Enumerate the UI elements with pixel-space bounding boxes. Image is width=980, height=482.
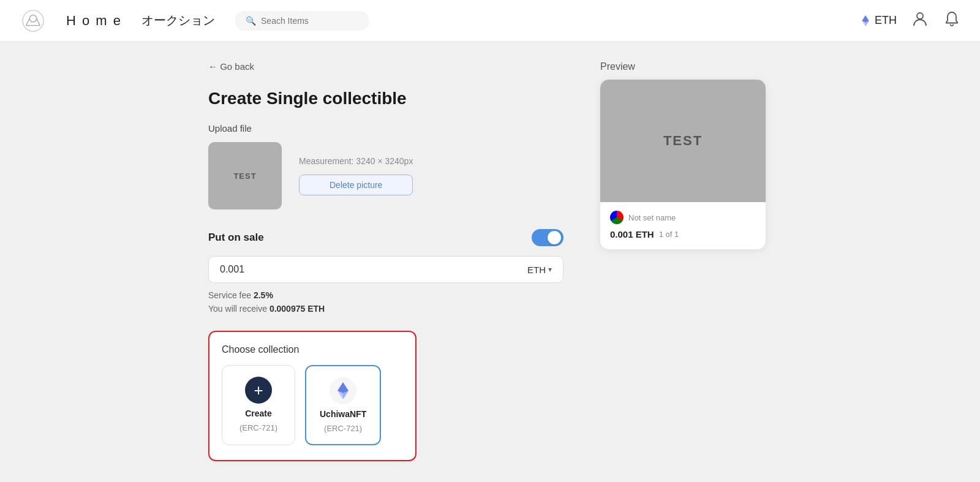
upload-thumbnail: TEST (208, 142, 282, 209)
price-input[interactable] (220, 264, 527, 275)
preview-image: TEST (600, 80, 766, 202)
choose-collection-section: Choose collection + Create (ERC-721) (208, 331, 417, 461)
receive-text: You will receive 0.000975 ETH (208, 304, 564, 314)
search-bar: 🔍 (235, 11, 369, 31)
price-row: ETH ▾ (208, 256, 564, 283)
upload-label: Upload file (208, 123, 564, 134)
choose-collection-label: Choose collection (222, 344, 403, 355)
currency-label: ETH (527, 265, 546, 275)
avatar (610, 211, 624, 224)
eth-currency-btn[interactable]: ETH (860, 14, 897, 27)
collection-card-uchiwa[interactable]: UchiwaNFT (ERC-721) (305, 365, 381, 445)
eth-label: ETH (875, 14, 897, 27)
preview-owner-row: Not set name (610, 211, 756, 224)
svg-line-3 (37, 18, 40, 25)
preview-price: 0.001 ETH (610, 229, 654, 239)
user-icon[interactable] (911, 10, 929, 31)
chevron-down-icon: ▾ (548, 265, 552, 274)
collection-uchiwa-type: (ERC-721) (324, 424, 362, 433)
nav-home[interactable]: H o m e (66, 13, 122, 29)
go-back-link[interactable]: ← Go back (208, 61, 564, 72)
create-plus-icon: + (245, 377, 272, 404)
right-panel: Preview TEST Not set name 0.001 ETH 1 of… (600, 61, 772, 461)
toggle-knob (548, 231, 561, 244)
search-input[interactable] (261, 16, 358, 26)
left-panel: ← Go back Create Single collectible Uplo… (208, 61, 564, 461)
preview-card: TEST Not set name 0.001 ETH 1 of 1 (600, 80, 766, 249)
search-icon: 🔍 (246, 16, 256, 26)
delete-picture-button[interactable]: Delete picture (299, 175, 413, 195)
svg-point-1 (29, 15, 36, 21)
eth-collection-icon (330, 377, 356, 404)
upload-info: Measurement: 3240 × 3240px Delete pictur… (299, 156, 413, 195)
collection-create-name: Create (245, 409, 272, 418)
nav-auction[interactable]: オークション (141, 12, 215, 29)
preview-label: Preview (600, 61, 772, 72)
header: H o m e オークション 🔍 ETH (0, 0, 980, 42)
collection-create-type: (ERC-721) (239, 423, 277, 432)
preview-price-row: 0.001 ETH 1 of 1 (610, 229, 756, 239)
preview-info: Not set name 0.001 ETH 1 of 1 (600, 202, 766, 249)
collection-uchiwa-name: UchiwaNFT (320, 409, 366, 419)
bell-icon[interactable] (943, 10, 960, 31)
collection-card-create[interactable]: + Create (ERC-721) (222, 365, 295, 445)
preview-owner-name: Not set name (628, 213, 676, 222)
measurement-text: Measurement: 3240 × 3240px (299, 156, 413, 166)
put-on-sale-row: Put on sale (208, 229, 564, 246)
logo[interactable] (20, 7, 47, 34)
put-on-sale-label: Put on sale (208, 232, 264, 244)
put-on-sale-toggle[interactable] (532, 229, 564, 246)
svg-point-8 (917, 13, 923, 19)
page-title: Create Single collectible (208, 89, 564, 108)
price-currency-selector[interactable]: ETH ▾ (527, 265, 552, 275)
svg-point-0 (23, 10, 43, 31)
upload-area: TEST Measurement: 3240 × 3240px Delete p… (208, 142, 564, 209)
collection-options: + Create (ERC-721) UchiwaNFT (ERC-721) (222, 365, 403, 445)
preview-edition: 1 of 1 (659, 230, 679, 239)
header-right: ETH (860, 10, 960, 31)
svg-line-2 (26, 18, 30, 25)
service-fee-text: Service fee 2.5% (208, 290, 564, 300)
main-content: ← Go back Create Single collectible Uplo… (0, 42, 980, 482)
